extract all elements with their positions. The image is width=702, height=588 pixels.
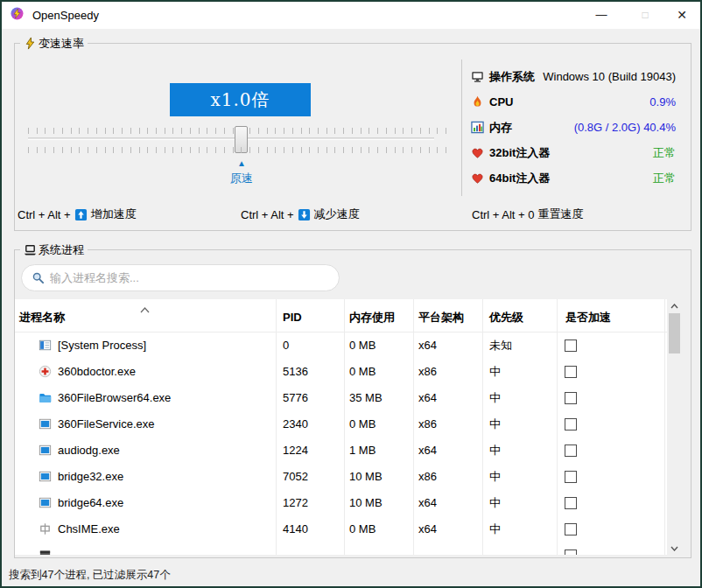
search-box	[21, 264, 340, 291]
process-table: 进程名称PID内存使用平台架构优先级是否加速 [System Process]0…	[15, 299, 667, 555]
accelerate-checkbox[interactable]	[565, 523, 577, 536]
table-row[interactable]: [System Process]00 MBx64未知	[15, 332, 667, 359]
accelerate-checkbox[interactable]	[565, 366, 577, 378]
column-separator	[482, 299, 483, 555]
maximize-button[interactable]: □	[627, 2, 663, 28]
scroll-down-button[interactable]	[667, 542, 682, 555]
arch-cell: x86	[418, 411, 437, 438]
lightning-icon	[24, 37, 37, 50]
column-header-memory[interactable]: 内存使用	[349, 299, 395, 332]
window-title: OpenSpeedy	[32, 2, 99, 29]
column-header-name[interactable]: 进程名称	[19, 299, 65, 332]
memory-bars-icon	[471, 121, 484, 134]
minimize-button[interactable]: —	[583, 2, 620, 28]
accelerate-checkbox[interactable]	[565, 340, 577, 352]
window-app-icon	[39, 470, 52, 483]
memory-cell: 0 MB	[349, 411, 376, 438]
scroll-up-button[interactable]	[667, 299, 682, 312]
process-search-input[interactable]	[48, 266, 332, 290]
hotkey-text-after: 减少速度	[314, 206, 360, 222]
table-row[interactable]: bridge32.exe705210 MBx86中	[15, 464, 667, 490]
system-info-value: 0.9%	[649, 95, 676, 108]
pid-cell: 5776	[283, 385, 308, 411]
window-app-icon	[39, 444, 52, 457]
status-text: 搜索到47个进程, 已过滤展示47个	[9, 569, 171, 581]
fire-icon	[471, 95, 484, 108]
column-header-priority[interactable]: 优先级	[489, 299, 523, 332]
memory-cell: 0 MB	[349, 359, 376, 385]
column-separator	[276, 299, 277, 555]
system-info-label: 内存	[489, 120, 512, 136]
system-info-label: 32bit注入器	[489, 145, 550, 161]
column-header-pid[interactable]: PID	[283, 299, 302, 332]
priority-cell: 中	[489, 385, 501, 411]
memory-cell: 10 MB	[349, 490, 383, 516]
table-row[interactable]: ChsIME.exe41400 MBx64中	[15, 516, 667, 542]
speed-group-title: 变速速率	[20, 36, 88, 51]
sort-ascending-icon	[140, 301, 150, 317]
accelerate-checkbox[interactable]	[565, 497, 577, 509]
arch-cell: x64	[418, 516, 437, 542]
vertical-scrollbar[interactable]	[667, 299, 682, 555]
accelerate-checkbox[interactable]	[565, 418, 577, 430]
column-separator	[557, 299, 558, 555]
down-arrow-key-icon	[298, 208, 311, 221]
titlebar[interactable]: OpenSpeedy — □ ✕	[2, 2, 700, 29]
dark-app-icon	[39, 549, 52, 555]
arch-cell: x86	[418, 464, 437, 490]
window-app-icon	[39, 417, 52, 430]
hotkey-hints: Ctrl + Alt +增加速度Ctrl + Alt +减少速度Ctrl + A…	[2, 206, 700, 222]
process-name-cell: 360bdoctor.exe	[58, 359, 136, 385]
memory-cell: 0 MB	[349, 516, 376, 542]
system-info-panel: 操作系统Windows 10 (Build 19043)CPU0.9%内存(0.…	[471, 64, 676, 191]
arch-cell: x64	[418, 490, 437, 516]
process-name-cell: 360FileBrowser64.exe	[58, 385, 171, 411]
table-row[interactable]: audiodg.exe12241 MBx64中	[15, 438, 667, 464]
system-info-value: 正常	[653, 145, 676, 161]
table-row[interactable]: 360FileService.exe23400 MBx86中	[15, 411, 667, 438]
process-name-cell: bridge32.exe	[58, 464, 123, 490]
process-name-cell: 360FileService.exe	[58, 411, 155, 438]
system-info-value: Windows 10 (Build 19043)	[543, 70, 676, 83]
process-name-cell: [System Process]	[58, 332, 146, 359]
system-info-label: CPU	[489, 95, 513, 108]
system-info-row: CPU0.9%	[471, 89, 676, 115]
arch-cell: x64	[418, 332, 437, 359]
speed-slider-track[interactable]	[28, 137, 434, 140]
accelerate-checkbox[interactable]	[565, 471, 577, 483]
hotkey-hint: Ctrl + Alt +增加速度	[18, 206, 137, 222]
openspeedy-window: OpenSpeedy — □ ✕ 变速速率 x1.0倍 ▲ 原速 操作系统Win…	[0, 0, 702, 588]
arch-cell: x64	[418, 438, 437, 464]
table-row[interactable]: 360bdoctor.exe51360 MBx86中	[15, 359, 667, 385]
column-separator	[664, 299, 665, 555]
pid-cell: 1224	[283, 438, 308, 464]
table-row[interactable]	[15, 542, 667, 555]
scrollbar-thumb[interactable]	[669, 313, 680, 354]
priority-cell: 中	[489, 411, 501, 438]
pid-cell: 1272	[283, 490, 308, 516]
column-header-accelerate[interactable]: 是否加速	[565, 299, 611, 332]
accelerate-checkbox[interactable]	[565, 550, 577, 555]
process-name-cell: audiodg.exe	[58, 438, 120, 464]
system-info-row: 操作系统Windows 10 (Build 19043)	[471, 64, 676, 89]
hotkey-text-after: 增加速度	[91, 206, 137, 222]
accelerate-checkbox[interactable]	[565, 444, 577, 457]
system-info-value: 正常	[653, 171, 676, 186]
table-header: 进程名称PID内存使用平台架构优先级是否加速	[15, 299, 667, 332]
table-row[interactable]: bridge64.exe127210 MBx64中	[15, 490, 667, 516]
memory-cell: 1 MB	[349, 438, 376, 464]
system-info-label: 操作系统	[489, 69, 535, 85]
pid-cell: 5136	[283, 359, 308, 385]
column-header-arch[interactable]: 平台架构	[418, 299, 464, 332]
process-name-cell: ChsIME.exe	[58, 516, 120, 542]
close-button[interactable]: ✕	[663, 2, 700, 28]
arch-cell: x64	[418, 385, 437, 411]
priority-cell: 中	[489, 490, 501, 516]
pid-cell: 7052	[283, 464, 308, 490]
table-row[interactable]: 360FileBrowser64.exe577635 MBx64中	[15, 385, 667, 411]
memory-cell: 10 MB	[349, 464, 383, 490]
column-separator	[413, 299, 414, 555]
laptop-icon	[24, 243, 37, 256]
pid-cell: 4140	[283, 516, 308, 542]
accelerate-checkbox[interactable]	[565, 392, 577, 404]
